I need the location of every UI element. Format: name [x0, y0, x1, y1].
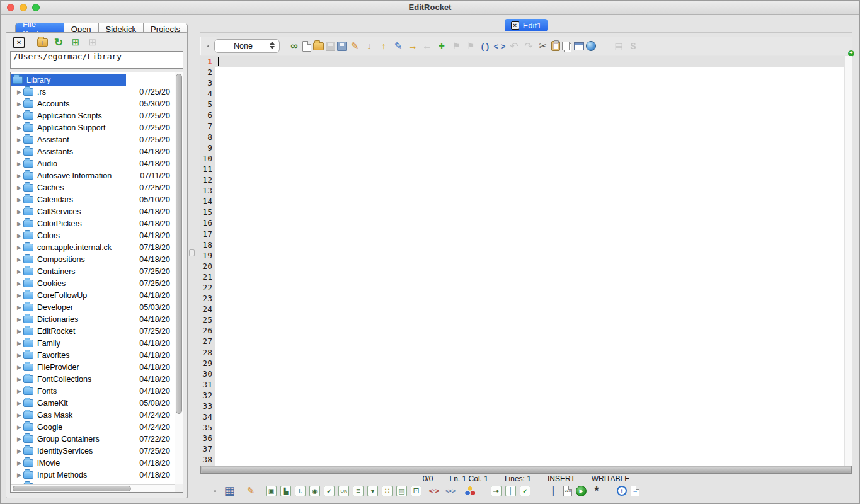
tree-row[interactable]: ▶ GameKit 05/08/20: [11, 397, 183, 409]
parent-directory-icon[interactable]: ↑: [37, 38, 48, 47]
save-as-icon[interactable]: [337, 42, 347, 51]
disclosure-triangle-icon[interactable]: ▶: [15, 101, 23, 107]
window-icon[interactable]: [574, 42, 584, 50]
disclosure-triangle-icon[interactable]: ▶: [15, 328, 23, 335]
tree-row[interactable]: ▶ Autosave Information 07/11/20: [11, 169, 183, 181]
tree-row[interactable]: ▶ FileProvider 04/18/20: [11, 361, 183, 373]
open-url-icon[interactable]: [598, 40, 611, 52]
new-file-icon[interactable]: [302, 41, 311, 52]
find-replace-icon[interactable]: ✎: [392, 40, 404, 52]
close-sidebar-icon[interactable]: ×: [13, 37, 25, 48]
editor-horizontal-scrollbar[interactable]: [200, 466, 852, 474]
disclosure-triangle-icon[interactable]: ▶: [15, 89, 23, 95]
tree-row[interactable]: ▶ .rs 07/25/20: [11, 86, 183, 98]
upload-icon[interactable]: ▤: [612, 40, 625, 52]
label-widget-icon[interactable]: ≡: [353, 486, 364, 496]
disclosure-triangle-icon[interactable]: ▶: [15, 173, 23, 179]
match-tag-icon[interactable]: < >: [493, 40, 506, 52]
run-icon[interactable]: ▶: [576, 486, 587, 496]
editor-vertical-scrollbar[interactable]: [844, 56, 852, 466]
save-icon[interactable]: [326, 42, 335, 51]
tree-row[interactable]: ▶ Assistants 04/18/20: [11, 146, 183, 158]
tree-row[interactable]: ▶ Containers 07/25/20: [11, 265, 183, 277]
dialog-widget-icon[interactable]: ⊡: [411, 486, 421, 496]
tree-row[interactable]: ▶ Application Support 07/25/20: [11, 122, 183, 134]
tree-row[interactable]: ▶ Calendars 05/10/20: [11, 193, 183, 205]
close-tab-icon[interactable]: ×: [511, 21, 519, 30]
copy-icon[interactable]: [562, 42, 570, 50]
tree-row[interactable]: ▶ Assistant 07/25/20: [11, 134, 183, 146]
disclosure-triangle-icon[interactable]: ▶: [15, 352, 23, 358]
disclosure-triangle-icon[interactable]: ▶: [15, 256, 23, 263]
undo-icon[interactable]: ↶: [508, 40, 520, 52]
tree-root-row[interactable]: Library: [11, 74, 183, 86]
image-button-widget-icon[interactable]: ▣: [266, 486, 277, 496]
tree-row[interactable]: ▶ Google 04/24/20: [11, 421, 183, 433]
tree-vertical-scrollbar[interactable]: [175, 72, 183, 484]
find-next-icon[interactable]: ↓: [363, 40, 376, 52]
ok-button-widget-icon[interactable]: OK: [338, 486, 349, 496]
tree-row[interactable]: ▶ Input Methods 04/18/20: [11, 469, 183, 481]
tree-row[interactable]: ▶ FontCollections 04/18/20: [11, 373, 183, 385]
tree-row[interactable]: ▶ EditRocket 07/25/20: [11, 325, 183, 337]
slider-widget-icon[interactable]: ‒●: [491, 486, 502, 496]
tree-row[interactable]: ▶ CallServices 04/18/20: [11, 205, 183, 217]
refresh-icon[interactable]: ↻: [52, 36, 65, 49]
disclosure-triangle-icon[interactable]: ▶: [15, 137, 23, 143]
table-icon[interactable]: ▦: [223, 484, 236, 497]
debug-icon[interactable]: *: [590, 484, 603, 497]
textfield-widget-icon[interactable]: I.: [295, 486, 306, 496]
disclosure-triangle-icon[interactable]: ▶: [15, 400, 23, 406]
disclosure-triangle-icon[interactable]: ▶: [15, 197, 23, 203]
disclosure-triangle-icon[interactable]: ▶: [15, 376, 23, 382]
find-icon[interactable]: ✎: [348, 40, 361, 52]
scrollbar-thumb[interactable]: [202, 467, 851, 472]
tree-row[interactable]: ▶ Gas Mask 04/24/20: [11, 409, 183, 421]
checkbox-widget-icon[interactable]: ✓: [324, 486, 335, 496]
previous-bookmark-icon[interactable]: ⚑: [450, 40, 462, 52]
inline-tag-icon[interactable]: <·>: [428, 484, 440, 497]
disclosure-triangle-icon[interactable]: ▶: [15, 448, 23, 454]
disclosure-triangle-icon[interactable]: ▶: [15, 472, 23, 478]
goto-line-icon[interactable]: →: [406, 40, 419, 52]
disclosure-triangle-icon[interactable]: ▶: [15, 280, 23, 287]
cut-icon[interactable]: ✂: [537, 40, 549, 52]
directory-tree-icon[interactable]: ⊞: [86, 36, 99, 49]
add-bookmark-icon[interactable]: +: [435, 40, 448, 52]
panel-widget-icon[interactable]: ▙: [280, 486, 291, 496]
disclosure-triangle-icon[interactable]: ▶: [15, 304, 23, 311]
tree-row[interactable]: ▶ Caches 07/25/20: [11, 181, 183, 193]
disclosure-triangle-icon[interactable]: ▶: [15, 316, 23, 323]
disclosure-triangle-icon[interactable]: ▶: [15, 268, 23, 275]
globe-icon[interactable]: [586, 41, 596, 51]
scrollbar-thumb[interactable]: [176, 74, 182, 414]
tree-row[interactable]: ▶ Accounts 05/30/20: [11, 98, 183, 110]
tree-row[interactable]: ▶ Dictionaries 04/18/20: [11, 313, 183, 325]
disclosure-triangle-icon[interactable]: ▶: [15, 209, 23, 215]
disclosure-triangle-icon[interactable]: ▶: [15, 412, 23, 418]
binary-file-icon[interactable]: 010: [563, 486, 572, 496]
syntax-select[interactable]: None: [214, 39, 280, 53]
radio-button-widget-icon[interactable]: ◉: [309, 486, 320, 496]
tree-row[interactable]: ▶ Compositions 04/18/20: [11, 253, 183, 265]
redo-icon[interactable]: ↷: [522, 40, 535, 52]
disclosure-triangle-icon[interactable]: ▶: [15, 388, 23, 394]
tree-row[interactable]: ▶ CoreFollowUp 04/18/20: [11, 289, 183, 301]
disclosure-triangle-icon[interactable]: ▶: [15, 149, 23, 155]
tree-row[interactable]: ▶ Family 04/18/20: [11, 337, 183, 349]
info-icon[interactable]: i: [617, 486, 627, 496]
disclosure-triangle-icon[interactable]: ▶: [15, 424, 23, 430]
find-previous-icon[interactable]: ↑: [377, 40, 390, 52]
paste-icon[interactable]: [551, 41, 560, 51]
disclosure-triangle-icon[interactable]: ▶: [15, 125, 23, 131]
back-icon[interactable]: ←: [421, 40, 433, 52]
combobox-widget-icon[interactable]: ▾: [367, 486, 378, 496]
next-bookmark-icon[interactable]: ⚑: [464, 40, 477, 52]
tree-widget-icon[interactable]: ├: [505, 486, 516, 496]
disclosure-triangle-icon[interactable]: ▶: [15, 244, 23, 251]
tree-row[interactable]: ▶ Application Scripts 07/25/20: [11, 110, 183, 122]
open-file-icon[interactable]: [313, 42, 324, 50]
path-input[interactable]: /Users/egormac/Library: [10, 51, 183, 69]
tree-horizontal-scrollbar[interactable]: [11, 484, 175, 492]
code-tools-icon[interactable]: ✎: [244, 484, 257, 497]
